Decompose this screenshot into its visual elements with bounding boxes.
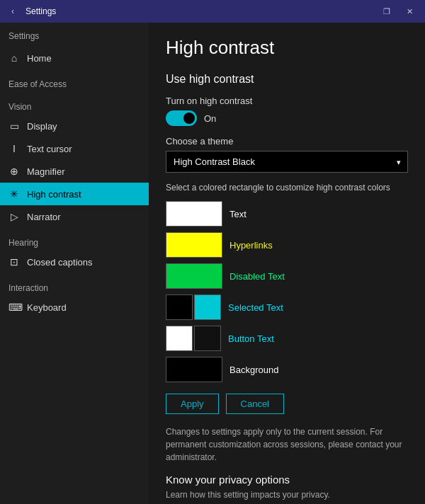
- toggle-label: Turn on high contrast: [166, 96, 408, 106]
- hearing-label: Hearing: [0, 228, 149, 251]
- title-bar-title: Settings: [26, 6, 377, 16]
- interaction-label: Interaction: [0, 273, 149, 296]
- text-color-label: Text: [230, 209, 246, 219]
- restore-button[interactable]: ❐: [377, 4, 397, 18]
- section-title: Use high contrast: [166, 73, 408, 86]
- apply-button[interactable]: Apply: [166, 394, 219, 414]
- selected-text-swatch-pair: [166, 294, 221, 320]
- page-title: High contrast: [166, 37, 408, 59]
- sidebar-item-label: Keyboard: [27, 302, 67, 313]
- disabled-text-color-label: Disabled Text: [230, 271, 285, 282]
- selected-text-color-label: Selected Text: [228, 302, 283, 313]
- color-row-selected-text: Selected Text: [166, 294, 408, 320]
- home-icon: ⌂: [8, 52, 20, 64]
- toggle-state-label: On: [204, 113, 216, 124]
- privacy-title: Know your privacy options: [166, 474, 408, 486]
- sidebar-item-label: Magnifier: [27, 166, 64, 177]
- button-text-swatch-1[interactable]: [166, 326, 193, 351]
- background-color-label: Background: [230, 365, 278, 375]
- privacy-desc: Learn how this setting impacts your priv…: [166, 490, 408, 500]
- selected-text-swatch-1[interactable]: [166, 294, 193, 320]
- sidebar-item-display[interactable]: ▭ Display: [0, 115, 149, 137]
- color-row-hyperlinks: Hyperlinks: [166, 232, 408, 258]
- customize-label: Select a colored rectangle to customize …: [166, 183, 408, 193]
- color-row-text: Text: [166, 201, 408, 227]
- sidebar-item-text-cursor[interactable]: I Text cursor: [0, 137, 149, 160]
- toggle-knob: [183, 113, 195, 124]
- hyperlinks-color-swatch[interactable]: [166, 232, 222, 258]
- sidebar-item-label: Narrator: [27, 212, 61, 222]
- theme-label: Choose a theme: [166, 136, 408, 147]
- main-layout: Settings ⌂ Home Ease of Access Vision ▭ …: [0, 23, 425, 504]
- color-row-background: Background: [166, 357, 408, 382]
- disabled-text-color-swatch[interactable]: [166, 263, 222, 289]
- narrator-icon: ▷: [8, 211, 20, 222]
- sidebar-item-magnifier[interactable]: ⊕ Magnifier: [0, 160, 149, 183]
- sidebar-item-label: Home: [27, 53, 52, 64]
- sidebar-item-label: High contrast: [27, 189, 81, 200]
- sidebar-item-home[interactable]: ⌂ Home: [0, 47, 149, 69]
- sidebar-item-narrator[interactable]: ▷ Narrator: [0, 205, 149, 228]
- close-button[interactable]: ✕: [400, 4, 419, 18]
- ease-of-access-label: Ease of Access: [0, 69, 149, 92]
- theme-dropdown-wrapper: High Contrast Black High Contrast White …: [166, 151, 408, 173]
- closed-captions-icon: ⊡: [8, 256, 20, 268]
- toggle-row: On: [166, 110, 408, 126]
- high-contrast-icon: ✳: [8, 188, 20, 200]
- background-color-swatch[interactable]: [166, 357, 222, 382]
- hyperlinks-color-label: Hyperlinks: [230, 240, 273, 251]
- color-row-disabled-text: Disabled Text: [166, 263, 408, 289]
- sidebar-item-label: Display: [27, 121, 57, 132]
- display-icon: ▭: [8, 120, 20, 132]
- theme-dropdown[interactable]: High Contrast Black High Contrast White …: [166, 151, 408, 173]
- vision-label: Vision: [0, 92, 149, 115]
- sidebar-item-closed-captions[interactable]: ⊡ Closed captions: [0, 251, 149, 273]
- sidebar-item-keyboard[interactable]: ⌨ Keyboard: [0, 296, 149, 319]
- info-text: Changes to settings apply only to the cu…: [166, 425, 408, 464]
- content-area: High contrast Use high contrast Turn on …: [149, 23, 425, 504]
- sidebar-item-high-contrast[interactable]: ✳ High contrast: [0, 183, 149, 205]
- text-cursor-icon: I: [8, 143, 20, 154]
- sidebar-settings-label: Settings: [0, 25, 149, 47]
- high-contrast-toggle[interactable]: [166, 110, 197, 126]
- title-bar: ‹ Settings ❐ ✕: [0, 0, 425, 23]
- keyboard-icon: ⌨: [8, 302, 20, 313]
- button-text-swatch-pair: [166, 326, 221, 351]
- back-button[interactable]: ‹: [6, 4, 20, 18]
- window-controls: ❐ ✕: [377, 4, 419, 18]
- magnifier-icon: ⊕: [8, 166, 20, 177]
- button-text-color-label: Button Text: [228, 333, 274, 344]
- action-buttons: Apply Cancel: [166, 394, 408, 414]
- sidebar-item-label: Text cursor: [27, 144, 72, 154]
- button-text-swatch-2[interactable]: [194, 326, 221, 351]
- selected-text-swatch-2[interactable]: [194, 294, 221, 320]
- cancel-button[interactable]: Cancel: [226, 394, 284, 414]
- sidebar-item-label: Closed captions: [27, 257, 93, 268]
- color-row-button-text: Button Text: [166, 326, 408, 351]
- text-color-swatch[interactable]: [166, 201, 222, 227]
- sidebar: Settings ⌂ Home Ease of Access Vision ▭ …: [0, 23, 149, 504]
